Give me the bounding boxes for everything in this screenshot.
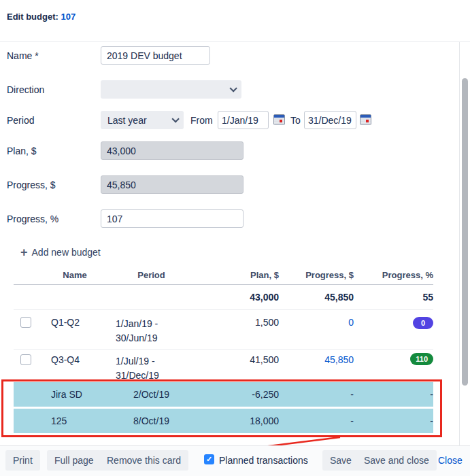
plan-input	[101, 141, 244, 160]
transaction-percent: -	[354, 415, 433, 426]
plus-icon: +	[20, 247, 28, 258]
name-label: Name *	[7, 50, 39, 61]
progress-percent-input[interactable]	[101, 209, 244, 228]
transaction-name: 125	[41, 415, 109, 426]
transaction-percent: -	[354, 389, 433, 400]
to-label: To	[290, 115, 301, 126]
scrollbar-track-border	[459, 42, 460, 445]
transaction-row: 125 8/Oct/19 18,000 - -	[14, 409, 433, 433]
dialog-title: Edit budget: 107	[7, 12, 75, 22]
row-period: 1/Jul/19 -31/Dec/19	[109, 349, 194, 379]
row-period: 1/Jan/19 -30/Jun/19	[109, 309, 194, 349]
save-button[interactable]: Save	[322, 450, 359, 471]
summary-row: 43,000 45,850 55	[14, 284, 433, 309]
header-divider	[0, 41, 470, 42]
summary-plan: 43,000	[194, 292, 279, 303]
edit-budget-dialog: Edit budget: 107 Name * Direction Period…	[0, 0, 470, 476]
from-date-input[interactable]	[218, 111, 269, 129]
name-input[interactable]	[101, 46, 210, 65]
row-checkbox[interactable]	[20, 354, 31, 365]
period-label: Period	[7, 115, 34, 126]
footer-bar: Print Full page Remove this card ✓ Plann…	[0, 445, 470, 476]
transaction-plan: -6,250	[194, 389, 279, 400]
row-name: Q3-Q4	[41, 349, 109, 379]
column-header-period: Period	[109, 270, 194, 280]
full-page-button[interactable]: Full page	[47, 450, 101, 471]
direction-label: Direction	[7, 84, 44, 95]
column-header-plan: Plan, $	[194, 270, 279, 280]
from-label: From	[190, 115, 213, 126]
row-progress-link[interactable]: 0	[348, 317, 354, 328]
table-row: Q3-Q4 1/Jul/19 -31/Dec/19 41,500 45,850 …	[14, 349, 433, 379]
calendar-icon[interactable]	[273, 114, 285, 125]
add-new-budget-link[interactable]: + Add new budget	[20, 247, 101, 258]
progress-dollar-label: Progress, $	[7, 180, 56, 190]
row-plan: 1,500	[194, 309, 279, 349]
table-header-row: Name Period Plan, $ Progress, $ Progress…	[14, 265, 433, 284]
column-header-progress-percent: Progress, %	[354, 270, 433, 280]
progress-dollar-input	[101, 175, 244, 194]
transaction-name: Jira SD	[41, 389, 109, 400]
save-and-close-button[interactable]: Save and close	[356, 450, 437, 471]
transaction-plan: 18,000	[194, 415, 279, 426]
row-plan: 41,500	[194, 349, 279, 379]
progress-badge[interactable]: 0	[413, 317, 433, 329]
transaction-row: Jira SD 2/Oct/19 -6,250 - -	[14, 382, 433, 407]
column-header-name: Name	[41, 270, 109, 280]
summary-percent: 55	[354, 292, 433, 303]
summary-progress: 45,850	[279, 292, 354, 303]
check-icon: ✓	[206, 455, 212, 463]
transaction-progress: -	[279, 415, 354, 426]
progress-badge[interactable]: 110	[410, 353, 433, 365]
to-date-input[interactable]	[304, 111, 356, 129]
chevron-down-icon	[171, 115, 179, 122]
add-new-budget-label: Add new budget	[32, 247, 101, 258]
close-link[interactable]: Close	[438, 455, 463, 466]
row-name: Q1-Q2	[41, 309, 109, 349]
transaction-date: 8/Oct/19	[109, 415, 194, 426]
scrollbar-thumb[interactable]	[462, 78, 468, 386]
transaction-progress: -	[279, 389, 354, 400]
row-checkbox[interactable]	[20, 317, 31, 328]
remove-card-button[interactable]: Remove this card	[99, 450, 188, 471]
period-select[interactable]: Last year	[101, 111, 184, 129]
progress-percent-label: Progress, %	[7, 214, 58, 224]
plan-label: Plan, $	[7, 146, 37, 156]
direction-select[interactable]	[101, 80, 241, 99]
calendar-icon[interactable]	[360, 114, 371, 125]
planned-transactions-checkbox[interactable]: ✓	[204, 454, 214, 464]
dialog-title-text: Edit budget:	[7, 12, 58, 22]
column-header-progress-dollar: Progress, $	[279, 270, 354, 280]
budget-id-link[interactable]: 107	[61, 12, 75, 22]
transaction-date: 2/Oct/19	[109, 389, 194, 400]
chevron-down-icon	[229, 84, 237, 92]
period-value: Last year	[107, 115, 147, 126]
planned-transactions-label: Planned transactions	[219, 455, 308, 466]
row-progress-link[interactable]: 45,850	[324, 354, 354, 365]
table-row: Q1-Q2 1/Jan/19 -30/Jun/19 1,500 0 0	[14, 309, 433, 349]
print-button[interactable]: Print	[5, 450, 40, 471]
